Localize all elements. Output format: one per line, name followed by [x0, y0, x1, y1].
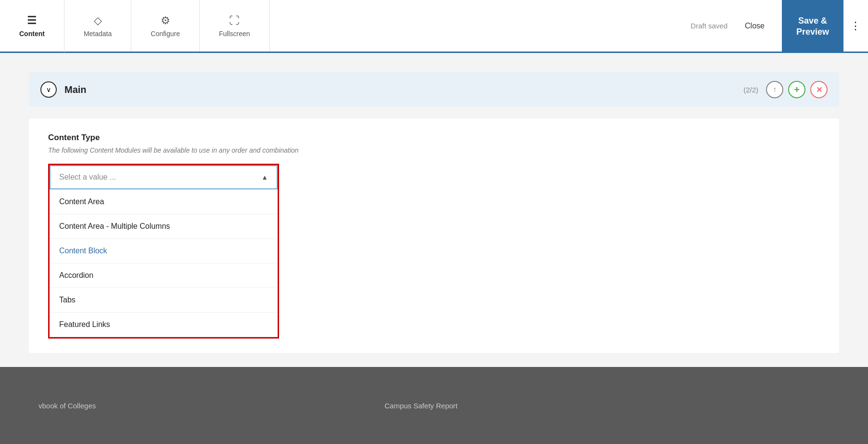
bottom-link-2[interactable]: Campus Safety Report: [384, 402, 458, 410]
section-collapse-button[interactable]: ∨: [40, 81, 57, 98]
section-title: Main: [64, 84, 743, 95]
section-counter: (2/2): [743, 86, 758, 94]
toolbar-actions: Draft saved Close: [681, 0, 782, 52]
metadata-icon: ◇: [94, 14, 102, 27]
tab-metadata-label: Metadata: [84, 30, 112, 38]
fullscreen-icon: ⛶: [229, 14, 240, 27]
dropdown-list: Content Area Content Area - Multiple Col…: [50, 189, 278, 337]
close-icon: ✕: [816, 85, 822, 94]
content-type-label: Content Type: [48, 133, 820, 143]
section-block: ∨ Main (2/2) ↑ + ✕: [29, 72, 839, 107]
content-type-description: The following Content Modules will be av…: [48, 146, 820, 154]
tab-metadata[interactable]: ◇ Metadata: [64, 0, 131, 52]
content-type-select[interactable]: Select a value ... ▲: [50, 165, 278, 189]
bottom-bar: vbook of Colleges Campus Safety Report: [0, 367, 868, 444]
chevron-up-icon: ▲: [261, 173, 268, 181]
arrow-up-icon: ↑: [773, 85, 777, 94]
section-add-button[interactable]: +: [788, 81, 805, 98]
option-tabs[interactable]: Tabs: [50, 288, 278, 313]
option-featured-links[interactable]: Featured Links: [50, 313, 278, 337]
tab-configure[interactable]: ⚙ Configure: [131, 0, 200, 52]
toolbar: ☰ Content ◇ Metadata ⚙ Configure ⛶ Fulls…: [0, 0, 868, 53]
tab-content[interactable]: ☰ Content: [0, 0, 64, 53]
tab-fullscreen-label: Fullscreen: [219, 30, 250, 38]
configure-icon: ⚙: [161, 14, 170, 27]
save-preview-button[interactable]: Save &Preview: [782, 0, 843, 53]
option-content-area-multiple[interactable]: Content Area - Multiple Columns: [50, 214, 278, 239]
chevron-down-icon: ∨: [46, 86, 51, 93]
option-content-block[interactable]: Content Block: [50, 239, 278, 263]
main-content: ∨ Main (2/2) ↑ + ✕ Content Type The foll…: [0, 53, 868, 444]
draft-saved-status: Draft saved: [690, 22, 728, 30]
section-remove-button[interactable]: ✕: [810, 81, 828, 98]
content-type-section: Content Type The following Content Modul…: [29, 118, 839, 353]
tab-content-label: Content: [19, 30, 45, 38]
content-type-dropdown-container: Select a value ... ▲ Content Area Conten…: [48, 164, 279, 339]
option-accordion[interactable]: Accordion: [50, 263, 278, 288]
section-move-up-button[interactable]: ↑: [766, 81, 783, 98]
option-content-area[interactable]: Content Area: [50, 190, 278, 214]
tab-fullscreen[interactable]: ⛶ Fullscreen: [200, 0, 270, 52]
select-placeholder: Select a value ...: [59, 173, 116, 182]
bottom-link-1[interactable]: vbook of Colleges: [38, 402, 96, 410]
plus-icon: +: [794, 84, 800, 95]
more-options-button[interactable]: ⋮: [843, 0, 868, 52]
close-button[interactable]: Close: [737, 18, 772, 34]
content-icon: ☰: [27, 14, 37, 27]
tab-configure-label: Configure: [151, 30, 180, 38]
